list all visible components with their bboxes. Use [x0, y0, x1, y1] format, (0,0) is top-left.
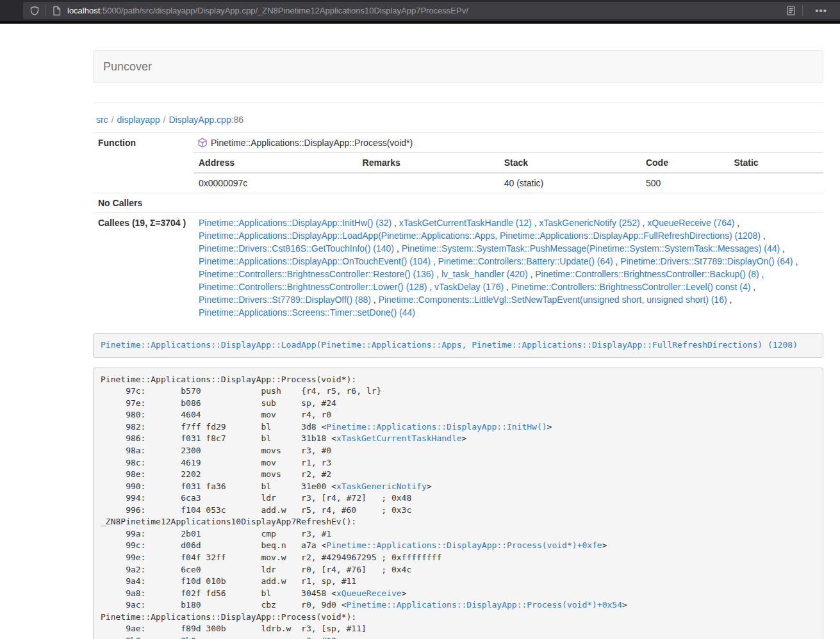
- no-callers-label: No Callers: [93, 193, 194, 213]
- symbol-cube-icon: [197, 138, 208, 148]
- callee-link[interactable]: lv_task_handler (420): [441, 269, 528, 279]
- breadcrumb-separator: /: [108, 115, 117, 125]
- shield-icon[interactable]: [29, 6, 40, 16]
- breadcrumb-line-number: :86: [231, 115, 243, 125]
- callee-link[interactable]: xTaskGetCurrentTaskHandle (12): [399, 218, 532, 228]
- column-header-stack: Stack: [499, 153, 641, 174]
- callees-label: Callees (19, Σ=3704 ): [93, 213, 194, 323]
- column-header-remarks: Remarks: [358, 153, 499, 174]
- app-brand[interactable]: Puncover: [103, 60, 152, 74]
- url-path: :5000/path/src/displayapp/DisplayApp.cpp…: [100, 6, 468, 15]
- menu-ellipsis-icon[interactable]: •••: [809, 5, 834, 16]
- function-label: Function: [93, 133, 194, 193]
- callee-link[interactable]: Pinetime::Controllers::BrightnessControl…: [199, 282, 427, 292]
- callee-link[interactable]: Pinetime::Drivers::St7789::DisplayOn() (…: [620, 256, 793, 266]
- callee-link[interactable]: Pinetime::Drivers::Cst816S::GetTouchInfo…: [199, 243, 394, 254]
- no-callers-row: No Callers: [93, 193, 823, 213]
- no-callers-value: [194, 193, 823, 213]
- app-navbar: Puncover: [93, 50, 823, 83]
- callees-row: Callees (19, Σ=3704 ) Pinetime::Applicat…: [93, 213, 823, 323]
- assembly-listing: Pinetime::Applications::DisplayApp::Proc…: [93, 368, 823, 639]
- callee-link[interactable]: Pinetime::Drivers::St7789::DisplayOff() …: [199, 295, 371, 305]
- reader-view-icon[interactable]: [786, 5, 796, 16]
- detail-value-row: 0x0000097c 40 (static) 500: [194, 173, 823, 193]
- column-header-code: Code: [641, 153, 729, 174]
- callee-link[interactable]: Pinetime::Components::LittleVgl::SetNewT…: [379, 295, 727, 305]
- callee-link[interactable]: Pinetime::Applications::DisplayApp::Init…: [199, 218, 391, 228]
- breadcrumb-link-src[interactable]: src: [96, 115, 108, 125]
- callee-link[interactable]: Pinetime::Controllers::BrightnessControl…: [535, 269, 759, 279]
- callee-link[interactable]: Pinetime::Applications::Screens::Timer::…: [199, 307, 415, 318]
- callee-link[interactable]: Pinetime::Controllers::BrightnessControl…: [199, 269, 434, 279]
- column-header-static: Static: [729, 153, 823, 174]
- page-icon[interactable]: [52, 6, 62, 16]
- snippet-symbol-link[interactable]: Pinetime::Applications::DisplayApp::Load…: [101, 340, 798, 350]
- function-name: Pinetime::Applications::DisplayApp::Proc…: [211, 136, 413, 149]
- url-text: localhost:5000/path/src/displayapp/Displ…: [67, 6, 468, 15]
- breadcrumb-separator: /: [160, 115, 169, 125]
- asm-symbol-link[interactable]: xQueueReceive: [336, 588, 402, 598]
- urlbar-divider: [45, 5, 46, 16]
- callee-link[interactable]: xTaskGenericNotify (252): [539, 218, 639, 228]
- callee-link[interactable]: Pinetime::Applications::DisplayApp::OnTo…: [199, 256, 431, 266]
- breadcrumb: src/displayapp/DisplayApp.cpp:86: [96, 115, 823, 125]
- address-value: 0x0000097c: [194, 173, 358, 193]
- source-snippet: Pinetime::Applications::DisplayApp::Load…: [93, 333, 823, 358]
- function-name-row: Pinetime::Applications::DisplayApp::Proc…: [194, 133, 823, 152]
- callee-link[interactable]: Pinetime::Controllers::Battery::Update()…: [438, 256, 613, 266]
- url-bar[interactable]: localhost:5000/path/src/displayapp/Displ…: [23, 2, 840, 19]
- asm-symbol-link[interactable]: Pinetime::Applications::DisplayApp::Proc…: [347, 600, 622, 610]
- breadcrumb-link-file[interactable]: DisplayApp.cpp: [169, 115, 231, 125]
- callee-link[interactable]: Pinetime::Applications::DisplayApp::Load…: [199, 231, 761, 241]
- divider-rule: [93, 102, 823, 103]
- asm-symbol-link[interactable]: xTaskGenericNotify: [336, 481, 427, 491]
- function-detail-table: Address Remarks Stack Code Static 0x0000…: [194, 152, 823, 193]
- toolbar-divider: [802, 5, 803, 16]
- callee-link[interactable]: vTaskDelay (176): [434, 282, 504, 292]
- column-header-address: Address: [194, 153, 358, 174]
- asm-symbol-link[interactable]: Pinetime::Applications::DisplayApp::Proc…: [326, 540, 602, 550]
- url-host: localhost: [67, 6, 100, 15]
- function-table: Function Pinetime::Applications::Display…: [93, 133, 823, 322]
- asm-symbol-link[interactable]: Pinetime::Applications::DisplayApp::Init…: [326, 422, 547, 432]
- callees-list: Pinetime::Applications::DisplayApp::Init…: [194, 213, 823, 323]
- page-container: Puncover src/displayapp/DisplayApp.cpp:8…: [93, 24, 823, 639]
- function-row: Function Pinetime::Applications::Display…: [93, 133, 823, 193]
- code-value: 500: [641, 173, 729, 193]
- callee-link[interactable]: xQueueReceive (764): [647, 218, 734, 228]
- detail-header-row: Address Remarks Stack Code Static: [194, 153, 823, 174]
- stack-value: 40 (static): [499, 173, 641, 193]
- static-value: [729, 173, 823, 193]
- remarks-value: [358, 173, 499, 193]
- callee-link[interactable]: Pinetime::Controllers::BrightnessControl…: [511, 282, 750, 292]
- browser-toolbar: localhost:5000/path/src/displayapp/Displ…: [0, 0, 840, 21]
- callee-link[interactable]: Pinetime::System::SystemTask::PushMessag…: [402, 243, 780, 254]
- breadcrumb-link-displayapp[interactable]: displayapp: [117, 115, 160, 125]
- asm-symbol-link[interactable]: xTaskGetCurrentTaskHandle: [336, 433, 462, 443]
